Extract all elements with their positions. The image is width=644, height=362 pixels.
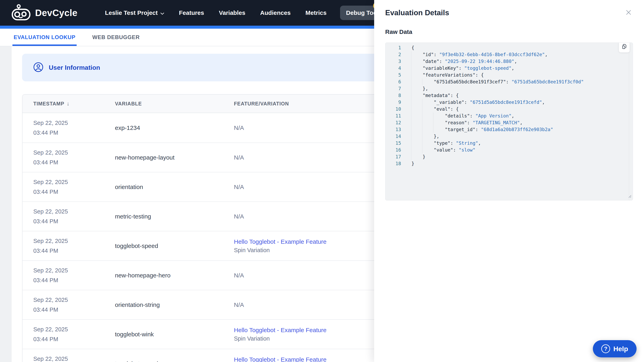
timestamp-cell: Sep 22, 202503:44 PM bbox=[22, 325, 115, 344]
variable-cell: new-homepage-hero bbox=[115, 272, 234, 279]
variable-cell: togglebot-speed bbox=[115, 243, 234, 249]
code-line: 14 }, bbox=[386, 133, 633, 140]
nav-item-audiences[interactable]: Audiences bbox=[253, 9, 298, 16]
code-line: 5 "featureVariations": { bbox=[386, 71, 633, 78]
line-number: 6 bbox=[386, 78, 401, 85]
panel-header: Evaluation Details bbox=[385, 0, 633, 17]
code-line: 11 "details": "App Version", bbox=[386, 112, 633, 119]
timestamp-cell: Sep 22, 202503:44 PM bbox=[22, 354, 115, 362]
variable-cell: orientation bbox=[115, 184, 234, 190]
line-number: 10 bbox=[386, 106, 401, 112]
nav-item-metrics[interactable]: Metrics bbox=[298, 9, 334, 16]
nav-items: Leslie Test Project FeaturesVariablesAud… bbox=[98, 5, 388, 20]
variable-cell: exp-1234 bbox=[115, 124, 234, 131]
line-number: 7 bbox=[386, 85, 401, 92]
code-line: 7 }, bbox=[386, 85, 633, 92]
code-line: 9 "_variable": "6751d5a65bdc8ee191f3cefd… bbox=[386, 99, 633, 106]
question-mark-icon: ? bbox=[601, 344, 610, 353]
devcycle-robot-icon bbox=[11, 4, 31, 22]
copy-button[interactable] bbox=[619, 42, 630, 52]
line-number: 15 bbox=[386, 140, 401, 146]
column-header-variable[interactable]: VARIABLE bbox=[115, 101, 234, 107]
project-selector[interactable]: Leslie Test Project bbox=[98, 9, 172, 16]
indent-guide bbox=[411, 51, 411, 160]
variable-cell: togglebot-speed bbox=[115, 361, 234, 362]
line-number: 16 bbox=[386, 146, 401, 153]
code-line: 12 "reason": "TARGETING_MATCH", bbox=[386, 119, 633, 126]
code-line: 17 } bbox=[386, 153, 633, 160]
copy-icon bbox=[621, 43, 627, 50]
nav-item-variables[interactable]: Variables bbox=[212, 9, 253, 16]
banner-title: User Information bbox=[49, 64, 100, 71]
timestamp-cell: Sep 22, 202503:44 PM bbox=[22, 148, 115, 167]
timestamp-cell: Sep 22, 202503:44 PM bbox=[22, 177, 115, 197]
brand-name: DevCycle bbox=[35, 7, 78, 18]
line-number: 4 bbox=[386, 65, 401, 71]
project-name: Leslie Test Project bbox=[105, 9, 158, 16]
timestamp-header-label: TIMESTAMP bbox=[33, 101, 64, 107]
line-number: 3 bbox=[386, 58, 401, 65]
raw-data-label: Raw Data bbox=[385, 28, 633, 35]
left-scroll-track[interactable] bbox=[0, 46, 12, 362]
close-icon bbox=[625, 9, 632, 16]
line-number: 11 bbox=[386, 112, 401, 119]
nav-item-features[interactable]: Features bbox=[172, 9, 212, 16]
sort-descending-icon: ↓ bbox=[66, 101, 70, 107]
line-number: 14 bbox=[386, 133, 401, 140]
resize-handle-icon[interactable] bbox=[628, 194, 632, 199]
column-header-timestamp[interactable]: TIMESTAMP ↓ bbox=[22, 101, 115, 107]
evaluation-details-panel: Evaluation Details Raw Data 1{2 "id": "9… bbox=[374, 0, 644, 362]
help-label: Help bbox=[613, 345, 628, 353]
code-line: 18} bbox=[386, 160, 633, 167]
timestamp-cell: Sep 22, 202503:44 PM bbox=[22, 236, 115, 256]
code-line: 3 "date": "2025-09-22 19:44:46.880", bbox=[386, 58, 633, 65]
code-line: 2 "id": "9f3e4b32-6ebb-4d16-8bef-03dccf3… bbox=[386, 51, 633, 58]
code-line: 4 "variableKey": "togglebot-speed", bbox=[386, 65, 633, 71]
code-scrollbar-track[interactable] bbox=[629, 43, 629, 200]
line-number: 18 bbox=[386, 160, 401, 167]
line-number: 5 bbox=[386, 71, 401, 78]
code-line: 10 "eval": { bbox=[386, 106, 633, 112]
variable-cell: orientation-string bbox=[115, 302, 234, 308]
code-line: 1{ bbox=[386, 44, 633, 51]
tab-web-debugger[interactable]: WEB DEBUGGER bbox=[92, 29, 140, 46]
variable-cell: metric-testing bbox=[115, 213, 234, 220]
timestamp-cell: Sep 22, 202503:44 PM bbox=[22, 118, 115, 138]
code-line: 6 "6751d5a65bdc8ee191f3cef7": "6751d5a65… bbox=[386, 78, 633, 85]
line-number: 9 bbox=[386, 99, 401, 106]
chevron-down-icon bbox=[160, 9, 164, 16]
variable-cell: togglebot-wink bbox=[115, 331, 234, 338]
raw-data-code-block[interactable]: 1{2 "id": "9f3e4b32-6ebb-4d16-8bef-03dcc… bbox=[385, 42, 633, 200]
variable-cell: new-homepage-layout bbox=[115, 154, 234, 161]
timestamp-cell: Sep 22, 202503:44 PM bbox=[22, 266, 115, 285]
code-line: 8 "metadata": { bbox=[386, 92, 633, 99]
line-number: 8 bbox=[386, 92, 401, 99]
line-number: 12 bbox=[386, 119, 401, 126]
close-panel-button[interactable] bbox=[624, 8, 633, 17]
code-line: 15 "type": "String", bbox=[386, 140, 633, 146]
line-number: 13 bbox=[386, 126, 401, 133]
indent-guide bbox=[422, 78, 422, 85]
line-number: 1 bbox=[386, 44, 401, 51]
user-circle-icon bbox=[33, 62, 44, 73]
timestamp-cell: Sep 22, 202503:44 PM bbox=[22, 207, 115, 226]
devcycle-logo[interactable]: DevCycle bbox=[11, 4, 78, 22]
panel-title: Evaluation Details bbox=[385, 8, 449, 17]
timestamp-cell: Sep 22, 202503:44 PM bbox=[22, 295, 115, 315]
line-number: 17 bbox=[386, 153, 401, 160]
help-button[interactable]: ? Help bbox=[593, 340, 636, 358]
code-line: 16 "value": "slow" bbox=[386, 146, 633, 153]
line-number: 2 bbox=[386, 51, 401, 58]
indent-guide bbox=[422, 99, 422, 153]
tab-evaluation-lookup[interactable]: EVALUATION LOOKUP bbox=[14, 29, 76, 46]
code-line: 13 "target_id": "68d1a6a20b873ff62e903b2… bbox=[386, 126, 633, 133]
